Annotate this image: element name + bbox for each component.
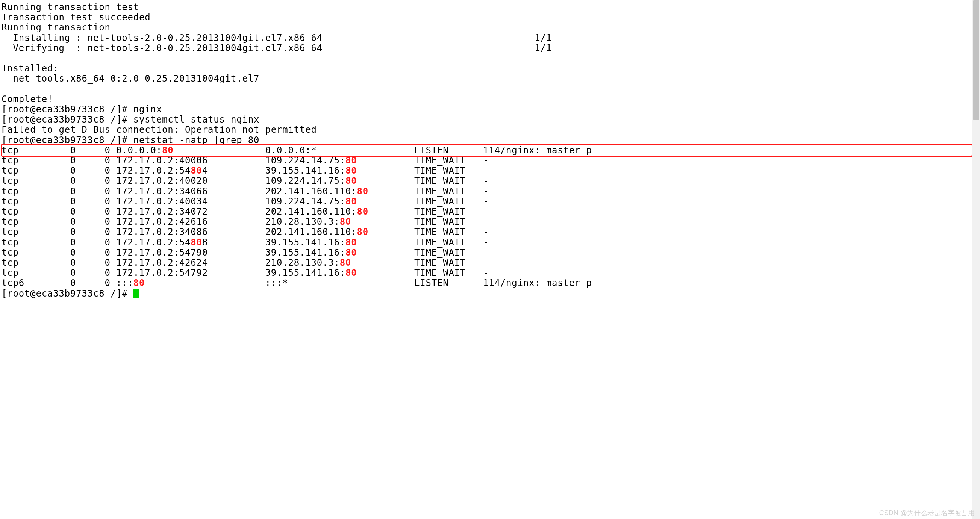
- netstat-row: tcp 0 0 172.17.0.2:34066 202.141.160.110…: [2, 186, 489, 197]
- prompt-line[interactable]: [root@eca33b9733c8 /]#: [2, 288, 139, 299]
- netstat-row: tcp 0 0 172.17.0.2:42624 210.28.130.3:80…: [2, 257, 489, 268]
- terminal-output[interactable]: Running transaction test Transaction tes…: [0, 0, 980, 299]
- scrollbar-track[interactable]: [972, 0, 980, 519]
- netstat-row: tcp 0 0 172.17.0.2:40020 109.224.14.75:8…: [2, 176, 489, 186]
- netstat-row: tcp 0 0 172.17.0.2:54804 39.155.141.16:8…: [2, 165, 489, 176]
- prompt-line: [root@eca33b9733c8 /]# systemctl status …: [2, 114, 259, 125]
- prompt-line: [root@eca33b9733c8 /]# nginx: [2, 104, 162, 114]
- prompt-line: [root@eca33b9733c8 /]# netstat -natp |gr…: [2, 135, 259, 146]
- output-line: Complete!: [2, 94, 53, 105]
- output-line: net-tools.x86_64 0:2.0-0.25.20131004git.…: [2, 73, 259, 84]
- output-line: Running transaction: [2, 22, 111, 33]
- output-line: Installing : net-tools-2.0-0.25.20131004…: [2, 33, 552, 43]
- netstat-row: tcp 0 0 172.17.0.2:54790 39.155.141.16:8…: [2, 247, 489, 258]
- netstat-row: tcp 0 0 172.17.0.2:42616 210.28.130.3:80…: [2, 216, 489, 227]
- netstat-row: tcp 0 0 172.17.0.2:40034 109.224.14.75:8…: [2, 196, 489, 207]
- output-line: Failed to get D-Bus connection: Operatio…: [2, 124, 317, 135]
- netstat-row: tcp 0 0 172.17.0.2:34086 202.141.160.110…: [2, 227, 489, 237]
- output-line: Installed:: [2, 63, 59, 74]
- scrollbar-thumb[interactable]: [973, 0, 979, 120]
- output-line: Running transaction test: [2, 2, 139, 13]
- watermark: CSDN @为什么老是名字被占用: [879, 508, 975, 517]
- netstat-row: tcp6 0 0 :::80 :::* LISTEN 114/nginx: ma…: [2, 278, 592, 288]
- output-line: Verifying : net-tools-2.0-0.25.20131004g…: [2, 43, 552, 53]
- netstat-row: tcp 0 0 172.17.0.2:34072 202.141.160.110…: [2, 206, 489, 217]
- netstat-row: tcp 0 0 0.0.0.0:80 0.0.0.0:* LISTEN 114/…: [2, 145, 592, 156]
- netstat-row: tcp 0 0 172.17.0.2:54792 39.155.141.16:8…: [2, 268, 489, 278]
- cursor: [134, 289, 139, 298]
- netstat-row: tcp 0 0 172.17.0.2:40006 109.224.14.75:8…: [2, 155, 489, 166]
- netstat-row: tcp 0 0 172.17.0.2:54808 39.155.141.16:8…: [2, 237, 489, 248]
- output-line: Transaction test succeeded: [2, 12, 150, 22]
